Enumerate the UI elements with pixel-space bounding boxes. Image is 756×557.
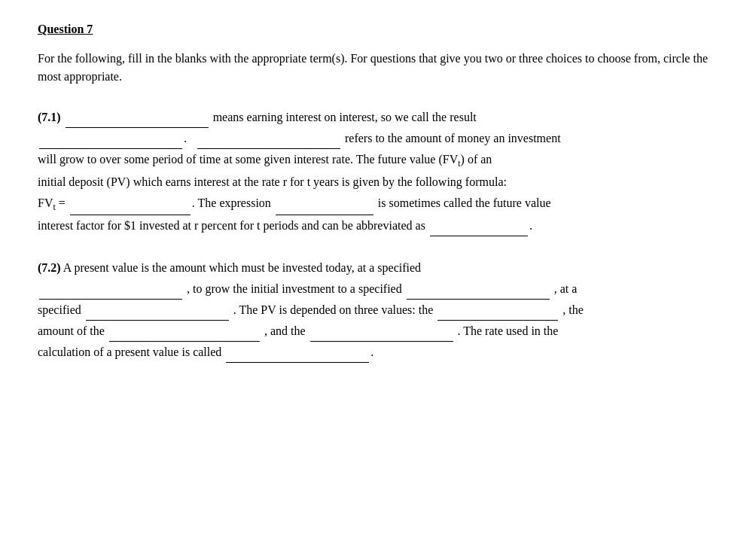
blank-72-6[interactable] <box>310 329 453 342</box>
blank-71-3[interactable] <box>197 135 340 149</box>
section-71-line3: will grow to over some period of time at… <box>38 153 492 166</box>
section-71-expression-pre: The expression <box>198 196 271 209</box>
blank-71-5[interactable] <box>276 202 373 216</box>
section-72-amount: amount of the <box>38 324 105 337</box>
blank-71-4[interactable] <box>70 202 191 216</box>
section-71-line2-mid: refers to the amount of money an investm… <box>345 132 561 145</box>
section-72-line3-mid: . The PV is depended on three values: th… <box>233 303 434 316</box>
blank-72-1[interactable] <box>39 287 182 300</box>
section-72-calculation: calculation of a present value is called <box>38 345 221 358</box>
blank-72-7[interactable] <box>226 350 369 364</box>
section-71-line4: initial deposit (PV) which earns interes… <box>38 175 507 188</box>
blank-71-2[interactable] <box>39 135 182 149</box>
blank-72-4[interactable] <box>437 308 558 321</box>
section-71-expression-post: is sometimes called the future value <box>378 196 551 209</box>
section-71-line1-mid: means earning interest on interest, so w… <box>213 111 477 123</box>
section-71: (7.1) means earning interest on interest… <box>38 107 718 236</box>
intro-text: For the following, fill in the blanks wi… <box>38 50 718 86</box>
blank-72-5[interactable] <box>109 329 260 342</box>
section-72-and-the: , and the <box>264 324 306 337</box>
blank-71-6[interactable] <box>430 224 528 237</box>
section-72-line4-end: . The rate used in the <box>458 324 559 337</box>
section-72-specified: specified <box>38 303 81 316</box>
question-title: Question 7 <box>38 23 718 36</box>
blank-72-2[interactable] <box>407 287 550 300</box>
section-71-line6: interest factor for $1 invested at r per… <box>38 219 425 232</box>
section-72-line1: A present value is the amount which must… <box>63 261 421 274</box>
section-71-label: (7.1) <box>38 111 61 123</box>
section-72-line3-end: , the <box>562 303 584 316</box>
section-72-label: (7.2) <box>38 261 61 274</box>
blank-72-3[interactable] <box>86 308 229 321</box>
section-72: (7.2) A present value is the amount whic… <box>38 257 718 363</box>
section-72-line2-end: , at a <box>554 282 578 295</box>
section-72-line2-mid: , to grow the initial investment to a sp… <box>187 282 402 295</box>
blank-71-1[interactable] <box>66 114 209 128</box>
section-71-fv-label: FVt = <box>38 196 69 209</box>
